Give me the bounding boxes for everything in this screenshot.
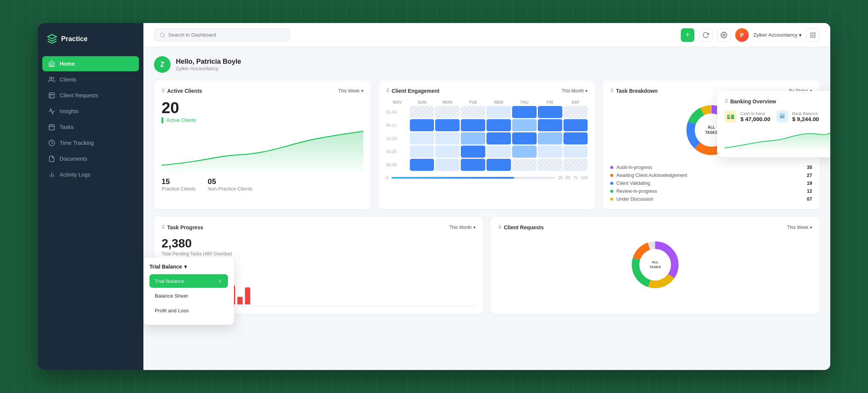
sidebar-item-client-requests-label: Client Requests <box>60 92 98 98</box>
sidebar-item-home-label: Home <box>60 61 75 67</box>
legend-dot-review <box>610 190 613 193</box>
trial-balance-title[interactable]: Trial Balance ▾ <box>149 264 228 270</box>
topbar: + P Zylker Accountancy ▾ <box>143 23 830 47</box>
cal-row-4: 19-25 <box>386 146 588 158</box>
cash-info: Cash in hand $ 47,000.00 <box>740 111 770 122</box>
client-requests-header: Client Requests This Week ▾ <box>498 224 812 230</box>
sidebar-item-activity-logs[interactable]: Activity Logs <box>42 167 139 182</box>
sidebar-item-activity-logs-label: Activity Logs <box>60 172 90 178</box>
active-clients-period[interactable]: This Week ▾ <box>338 88 363 94</box>
sidebar-item-client-requests[interactable]: Client Requests <box>42 88 139 103</box>
cal-row-3: 12-18 <box>386 132 588 144</box>
non-practice-clients-stat: 05 Non-Practice Clients <box>208 177 252 192</box>
app-title: Practice <box>61 35 88 43</box>
svg-text:ALL: ALL <box>708 125 715 129</box>
sidebar-item-clients-label: Clients <box>60 77 76 83</box>
client-engagement-header: Client Engagement This Month ▾ <box>386 88 588 94</box>
add-button[interactable]: + <box>681 28 694 42</box>
svg-rect-13 <box>810 34 811 35</box>
org-name[interactable]: Zylker Accountancy ▾ <box>753 32 802 38</box>
legend-item-discussion: Under Discussion 07 <box>610 196 812 202</box>
svg-text:ALL: ALL <box>652 260 659 264</box>
cal-label-nov: NOV <box>386 100 409 104</box>
grid-icon <box>810 32 816 38</box>
refresh-button[interactable] <box>699 28 713 42</box>
banking-stats: 💵 Cash in hand $ 47,000.00 🏛 Bank Balanc… <box>725 111 830 123</box>
legend-item-awaiting: Awaiting Client Acknowledgement 27 <box>610 173 812 178</box>
cal-row-5: 26-30 <box>386 159 588 171</box>
svg-rect-1 <box>49 93 54 98</box>
active-clients-header: Active Clients This Week ▾ <box>162 88 363 94</box>
greeting-text: Hello, Patricia Boyle Zylker Accountancy <box>176 58 241 71</box>
check-icon: ✓ <box>218 278 223 284</box>
app-logo: Practice <box>38 23 143 53</box>
cal-row-1: 01-04 <box>386 106 588 118</box>
cal-row-2: 05-11 <box>386 119 588 131</box>
greeting-row: Z Hello, Patricia Boyle Zylker Accountan… <box>154 56 820 73</box>
task-progress-header: Task Progress This Month ▾ <box>162 224 476 230</box>
avatar[interactable]: P <box>735 28 749 42</box>
chevron-down-icon: ▾ <box>799 32 802 38</box>
sidebar-item-documents-label: Documents <box>60 156 87 162</box>
topbar-right: + P Zylker Accountancy ▾ <box>681 28 820 42</box>
bank-info: Bank Balance $ 9,244.00 <box>792 111 819 122</box>
activity-logs-icon <box>48 171 55 178</box>
client-requests-title: Client Requests <box>498 224 544 230</box>
greeting-org: Zylker Accountancy <box>176 66 241 71</box>
svg-rect-11 <box>813 32 814 34</box>
client-requests-period[interactable]: This Week ▾ <box>787 225 812 230</box>
bar-11 <box>245 287 250 304</box>
trial-balance-dropdown: Trial Balance ▾ Trial Balance ✓ Balance … <box>143 258 234 325</box>
svg-rect-17 <box>813 36 814 37</box>
search-bar[interactable] <box>154 29 290 41</box>
tasks-icon <box>48 124 55 130</box>
practice-clients-stat: 15 Practice Clients <box>162 177 195 192</box>
active-clients-count: 20 <box>162 100 363 116</box>
main-area: + P Zylker Accountancy ▾ <box>143 23 830 370</box>
trial-balance-chevron: ▾ <box>184 264 187 270</box>
sidebar-item-insights[interactable]: Insights <box>42 104 139 119</box>
trial-balance-item-trial[interactable]: Trial Balance ✓ <box>149 274 228 288</box>
grid-menu-button[interactable] <box>806 28 820 42</box>
banking-title: Banking Overview <box>725 98 830 104</box>
legend-item-audit: Audit-in-progress 35 <box>610 165 812 170</box>
svg-point-0 <box>50 77 52 79</box>
sidebar-item-home[interactable]: Home <box>42 56 139 71</box>
bar-10 <box>237 297 243 304</box>
task-progress-period[interactable]: This Month ▾ <box>449 225 476 230</box>
cash-stat: 💵 Cash in hand $ 47,000.00 <box>725 111 770 123</box>
search-input[interactable] <box>168 32 284 38</box>
sidebar-item-documents[interactable]: Documents <box>42 151 139 166</box>
sidebar-item-time-tracking[interactable]: Time Tracking <box>42 135 139 150</box>
svg-line-8 <box>163 36 165 37</box>
client-engagement-title: Client Engagement <box>386 88 440 94</box>
cal-label-sun: SUN <box>410 100 434 104</box>
progress-bar-track <box>391 177 555 179</box>
svg-text:TASKS: TASKS <box>705 130 717 135</box>
cal-label-sat: SAT <box>563 100 588 104</box>
cal-label-mon: MON <box>435 100 460 104</box>
settings-icon <box>720 32 727 38</box>
active-clients-card: Active Clients This Week ▾ 20 Active Cli… <box>154 80 371 209</box>
svg-rect-16 <box>810 36 811 37</box>
cal-label-fri: FRI <box>538 100 562 104</box>
active-clients-chart <box>162 127 363 173</box>
sidebar-item-tasks[interactable]: Tasks <box>42 120 139 135</box>
svg-point-9 <box>723 34 725 36</box>
sidebar-nav: Home Clients Client Requests Insights Ta… <box>38 53 143 185</box>
practice-icon <box>47 34 57 44</box>
settings-button[interactable] <box>717 28 731 42</box>
svg-rect-15 <box>814 34 816 35</box>
task-total: 2,380 <box>162 236 476 250</box>
client-requests-card: Client Requests This Week ▾ ALL <box>491 217 820 314</box>
clients-stats: 15 Practice Clients 05 Non-Practice Clie… <box>162 177 363 192</box>
trial-balance-item-profit-loss[interactable]: Profit and Loss <box>149 304 228 317</box>
sidebar-item-clients[interactable]: Clients <box>42 72 139 87</box>
trial-balance-item-balance-sheet[interactable]: Balance Sheet <box>149 289 228 302</box>
client-engagement-period[interactable]: This Month ▾ <box>562 88 588 94</box>
svg-text:TASKS: TASKS <box>649 265 661 269</box>
svg-rect-12 <box>814 32 816 34</box>
legend-dot-discussion <box>610 198 613 201</box>
cal-label-tue: TUE <box>461 100 485 104</box>
time-tracking-icon <box>48 140 55 146</box>
